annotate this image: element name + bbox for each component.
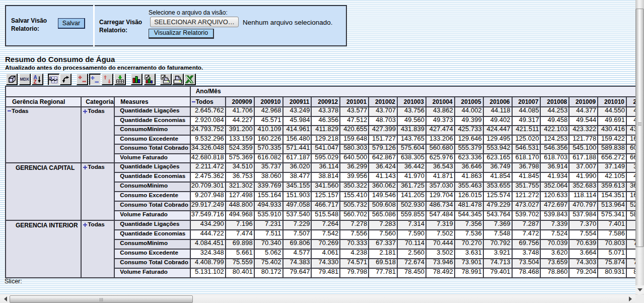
svg-text:Z: Z [33, 79, 36, 84]
